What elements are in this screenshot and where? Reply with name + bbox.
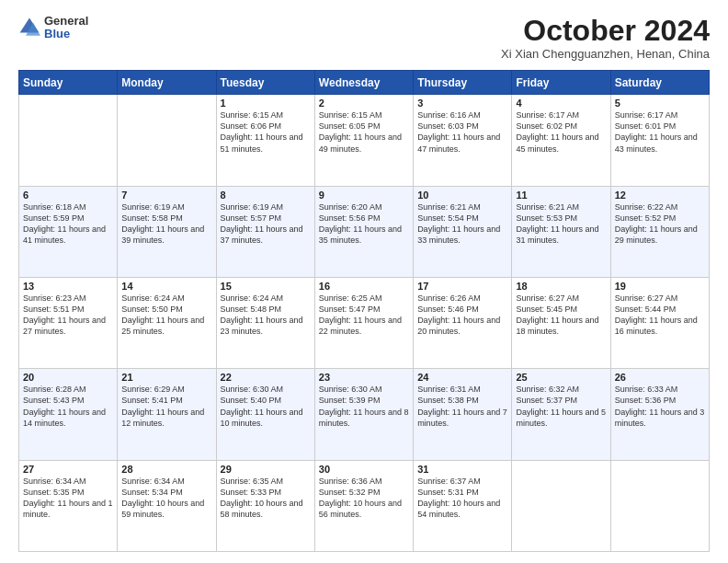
title-block: October 2024 Xi Xian Chengguanzhen, Hena…	[501, 15, 710, 61]
sunset: Sunset: 5:51 PM	[23, 304, 85, 314]
day-info: Sunrise: 6:23 AM Sunset: 5:51 PM Dayligh…	[23, 293, 113, 338]
day-info: Sunrise: 6:15 AM Sunset: 6:05 PM Dayligh…	[319, 109, 409, 155]
calendar-cell: 3 Sunrise: 6:16 AM Sunset: 6:03 PM Dayli…	[414, 95, 512, 186]
sunrise: Sunrise: 6:22 AM	[615, 202, 678, 212]
sunrise: Sunrise: 6:21 AM	[516, 202, 579, 212]
daylight: Daylight: 11 hours and 37 minutes.	[221, 224, 303, 245]
day-info: Sunrise: 6:32 AM Sunset: 5:37 PM Dayligh…	[516, 384, 606, 429]
calendar-cell: 12 Sunrise: 6:22 AM Sunset: 5:52 PM Dayl…	[610, 186, 709, 277]
sunrise: Sunrise: 6:36 AM	[319, 477, 382, 486]
logo-general: General	[44, 15, 88, 28]
calendar-table: Sunday Monday Tuesday Wednesday Thursday…	[18, 70, 710, 552]
day-info: Sunrise: 6:27 AM Sunset: 5:45 PM Dayligh…	[516, 293, 606, 338]
day-number: 14	[121, 281, 211, 292]
calendar-cell: 18 Sunrise: 6:27 AM Sunset: 5:45 PM Dayl…	[512, 277, 610, 368]
day-number: 25	[516, 372, 606, 383]
calendar-cell	[19, 95, 118, 186]
day-number: 3	[417, 98, 507, 109]
daylight: Daylight: 11 hours and 23 minutes.	[221, 316, 303, 336]
calendar-cell: 9 Sunrise: 6:20 AM Sunset: 5:56 PM Dayli…	[314, 186, 413, 277]
calendar-cell: 6 Sunrise: 6:18 AM Sunset: 5:59 PM Dayli…	[19, 186, 118, 277]
sunset: Sunset: 5:56 PM	[319, 213, 381, 223]
day-number: 17	[417, 281, 507, 292]
day-number: 10	[417, 190, 507, 201]
sunset: Sunset: 5:38 PM	[417, 396, 479, 405]
calendar-cell: 1 Sunrise: 6:15 AM Sunset: 6:06 PM Dayli…	[216, 95, 314, 186]
day-info: Sunrise: 6:29 AM Sunset: 5:41 PM Dayligh…	[121, 384, 211, 429]
sunset: Sunset: 6:03 PM	[417, 121, 479, 131]
sunset: Sunset: 5:59 PM	[23, 213, 85, 223]
sunrise: Sunrise: 6:28 AM	[23, 385, 86, 394]
sunset: Sunset: 5:46 PM	[417, 304, 479, 314]
calendar-cell: 24 Sunrise: 6:31 AM Sunset: 5:38 PM Dayl…	[414, 369, 512, 460]
day-number: 19	[615, 281, 705, 292]
day-number: 4	[516, 98, 606, 109]
calendar-cell: 29 Sunrise: 6:35 AM Sunset: 5:33 PM Dayl…	[216, 460, 314, 551]
daylight: Daylight: 11 hours and 51 minutes.	[221, 132, 303, 153]
day-number: 24	[417, 372, 507, 383]
day-info: Sunrise: 6:21 AM Sunset: 5:54 PM Dayligh…	[417, 201, 507, 247]
sunset: Sunset: 5:53 PM	[516, 213, 577, 223]
sunrise: Sunrise: 6:16 AM	[417, 110, 481, 120]
day-number: 6	[23, 190, 113, 201]
calendar-cell: 26 Sunrise: 6:33 AM Sunset: 5:36 PM Dayl…	[610, 369, 709, 460]
calendar-cell: 20 Sunrise: 6:28 AM Sunset: 5:43 PM Dayl…	[19, 369, 118, 460]
calendar-cell: 25 Sunrise: 6:32 AM Sunset: 5:37 PM Dayl…	[512, 369, 610, 460]
day-info: Sunrise: 6:15 AM Sunset: 6:06 PM Dayligh…	[221, 109, 311, 155]
day-info: Sunrise: 6:36 AM Sunset: 5:32 PM Dayligh…	[319, 476, 409, 521]
day-info: Sunrise: 6:27 AM Sunset: 5:44 PM Dayligh…	[615, 293, 705, 338]
day-info: Sunrise: 6:20 AM Sunset: 5:56 PM Dayligh…	[319, 201, 409, 247]
sunrise: Sunrise: 6:24 AM	[221, 293, 284, 303]
sunset: Sunset: 6:05 PM	[319, 121, 381, 131]
day-info: Sunrise: 6:17 AM Sunset: 6:01 PM Dayligh…	[615, 109, 705, 155]
day-info: Sunrise: 6:16 AM Sunset: 6:03 PM Dayligh…	[417, 109, 507, 155]
sunset: Sunset: 5:43 PM	[23, 396, 85, 405]
header: General Blue October 2024 Xi Xian Chengg…	[18, 15, 710, 61]
sunrise: Sunrise: 6:15 AM	[319, 110, 382, 120]
sunrise: Sunrise: 6:19 AM	[221, 202, 284, 212]
logo: General Blue	[18, 15, 88, 41]
day-number: 11	[516, 190, 606, 201]
calendar-cell: 8 Sunrise: 6:19 AM Sunset: 5:57 PM Dayli…	[216, 186, 314, 277]
location: Xi Xian Chengguanzhen, Henan, China	[501, 47, 710, 61]
day-info: Sunrise: 6:31 AM Sunset: 5:38 PM Dayligh…	[417, 384, 507, 429]
calendar-cell: 11 Sunrise: 6:21 AM Sunset: 5:53 PM Dayl…	[512, 186, 610, 277]
day-info: Sunrise: 6:17 AM Sunset: 6:02 PM Dayligh…	[516, 109, 606, 155]
sunset: Sunset: 5:35 PM	[23, 488, 85, 497]
day-number: 23	[319, 372, 409, 383]
daylight: Daylight: 11 hours and 16 minutes.	[615, 316, 698, 336]
header-monday: Monday	[118, 71, 216, 95]
day-info: Sunrise: 6:25 AM Sunset: 5:47 PM Dayligh…	[319, 293, 409, 338]
day-number: 18	[516, 281, 606, 292]
daylight: Daylight: 11 hours and 27 minutes.	[23, 316, 106, 336]
sunrise: Sunrise: 6:31 AM	[417, 385, 481, 394]
day-number: 15	[221, 281, 311, 292]
daylight: Daylight: 11 hours and 47 minutes.	[417, 132, 500, 153]
calendar-week-row: 1 Sunrise: 6:15 AM Sunset: 6:06 PM Dayli…	[19, 95, 710, 186]
header-wednesday: Wednesday	[314, 71, 413, 95]
day-number: 28	[121, 464, 211, 475]
logo-text: General Blue	[44, 15, 88, 41]
day-info: Sunrise: 6:28 AM Sunset: 5:43 PM Dayligh…	[23, 384, 113, 429]
daylight: Daylight: 11 hours and 14 minutes.	[23, 408, 106, 428]
header-saturday: Saturday	[610, 71, 709, 95]
sunrise: Sunrise: 6:30 AM	[319, 385, 382, 394]
sunrise: Sunrise: 6:34 AM	[121, 477, 185, 486]
daylight: Daylight: 11 hours and 5 minutes.	[516, 408, 606, 428]
calendar-cell: 22 Sunrise: 6:30 AM Sunset: 5:40 PM Dayl…	[216, 369, 314, 460]
calendar-cell	[512, 460, 610, 551]
header-thursday: Thursday	[414, 71, 512, 95]
sunset: Sunset: 5:37 PM	[516, 396, 577, 405]
sunrise: Sunrise: 6:15 AM	[221, 110, 284, 120]
day-number: 5	[615, 98, 705, 109]
sunrise: Sunrise: 6:32 AM	[516, 385, 579, 394]
sunset: Sunset: 5:54 PM	[417, 213, 479, 223]
sunrise: Sunrise: 6:17 AM	[516, 110, 579, 120]
sunset: Sunset: 5:34 PM	[121, 488, 183, 497]
sunset: Sunset: 5:45 PM	[516, 304, 577, 314]
day-number: 13	[23, 281, 113, 292]
daylight: Daylight: 11 hours and 20 minutes.	[417, 316, 500, 336]
day-number: 12	[615, 190, 705, 201]
sunrise: Sunrise: 6:37 AM	[417, 477, 481, 486]
calendar-cell: 2 Sunrise: 6:15 AM Sunset: 6:05 PM Dayli…	[314, 95, 413, 186]
